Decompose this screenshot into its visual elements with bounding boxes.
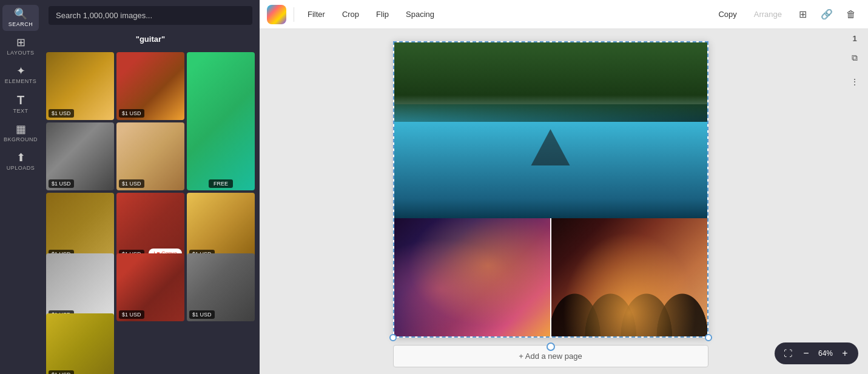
list-item[interactable]: $1 USD xyxy=(187,193,255,261)
list-item[interactable]: FREE xyxy=(187,52,255,190)
zoom-plus-button[interactable]: + xyxy=(836,345,853,362)
duplicate-page-button[interactable]: ⧉ xyxy=(845,48,864,67)
sidebar-item-label: UPLOADS xyxy=(7,165,35,171)
canoe-image xyxy=(394,42,707,218)
sidebar-item-search[interactable]: 🔍 SEARCH xyxy=(2,5,39,31)
add-page-label: + Add a new page xyxy=(519,352,582,361)
collage-bottom-row xyxy=(394,218,707,336)
layouts-icon: ⊞ xyxy=(16,37,25,48)
sidebar-item-label: ELEMENTS xyxy=(5,78,37,84)
sidebar-item-label: SEARCH xyxy=(8,21,33,27)
search-icon: 🔍 xyxy=(14,8,27,19)
right-panel: 1 ⧉ ⋮ xyxy=(841,29,868,374)
zoom-bar: ⛶ − 64% + xyxy=(775,342,858,364)
price-badge: $1 USD xyxy=(49,370,74,374)
sidebar-item-elements[interactable]: ✦ ELEMENTS xyxy=(2,62,39,88)
collage-bottom-left-image[interactable] xyxy=(394,218,550,336)
list-item[interactable]: $1 USD xyxy=(116,122,184,190)
grid-icon: ⊞ xyxy=(799,8,807,20)
flip-button[interactable]: Flip xyxy=(370,6,395,22)
more-icon: ⋮ xyxy=(850,77,859,87)
app-logo[interactable] xyxy=(267,5,286,24)
toolbar-separator xyxy=(294,7,294,22)
price-badge: $1 USD xyxy=(119,109,144,118)
trees-layer xyxy=(394,42,707,130)
price-badge: $1 USD xyxy=(119,310,144,319)
duplicate-icon: ⧉ xyxy=(852,53,858,63)
photo-collage[interactable] xyxy=(393,41,708,338)
more-options-button[interactable]: ⋮ xyxy=(845,72,864,92)
trash-icon: 🗑 xyxy=(846,9,856,20)
left-sidebar: 🔍 SEARCH ⊞ LAYOUTS ✦ ELEMENTS T TEXT ▦ B… xyxy=(0,0,41,374)
crop-button[interactable]: Crop xyxy=(336,6,365,22)
canvas-page[interactable] xyxy=(393,41,708,338)
canvas-area: + Add a new page xyxy=(260,29,841,374)
price-badge: $1 USD xyxy=(189,310,215,319)
image-grid: $1 USD $1 USD FREE $1 USD $1 USD $1 USD … xyxy=(41,50,260,374)
collage-bottom-right-image[interactable] xyxy=(550,218,707,336)
grid-button[interactable]: ⊞ xyxy=(793,5,812,24)
search-results-title: "guitar" xyxy=(41,31,260,50)
free-badge: FREE xyxy=(209,179,233,188)
price-badge: $1 USD xyxy=(49,179,74,188)
list-item[interactable]: $1 USD xyxy=(46,193,114,261)
sidebar-item-label: BKGROUND xyxy=(4,136,38,142)
search-input[interactable] xyxy=(49,6,252,25)
price-badge: $1 USD xyxy=(119,179,144,188)
canvas-page-wrapper xyxy=(393,41,708,338)
sidebar-item-uploads[interactable]: ⬆ UPLOADS xyxy=(2,149,39,175)
list-item[interactable]: $1 USD xyxy=(46,52,114,120)
filter-button[interactable]: Filter xyxy=(301,6,331,22)
zoom-fit-button[interactable]: ⛶ xyxy=(779,345,796,362)
text-icon: T xyxy=(17,94,24,106)
price-badge: $1 USD xyxy=(49,109,74,118)
list-item[interactable]: $1 USD xyxy=(187,253,255,321)
list-item[interactable]: $1 USD xyxy=(46,253,114,321)
list-item[interactable]: $1 USD xyxy=(46,313,114,374)
search-panel: "guitar" $1 USD $1 USD FREE $1 USD $1 US… xyxy=(41,0,260,374)
sidebar-item-layouts[interactable]: ⊞ LAYOUTS xyxy=(2,33,39,59)
sidebar-item-background[interactable]: ▦ BKGROUND xyxy=(2,120,39,146)
zoom-level: 64% xyxy=(816,349,835,358)
search-bar-container xyxy=(41,0,260,31)
spacing-button[interactable]: Spacing xyxy=(400,6,440,22)
main-area: Filter Crop Flip Spacing Copy Arrange ⊞ … xyxy=(260,0,868,374)
elements-icon: ✦ xyxy=(16,65,25,76)
sidebar-item-label: LAYOUTS xyxy=(7,50,35,56)
page-number: 1 xyxy=(852,34,856,43)
sidebar-item-text[interactable]: T TEXT xyxy=(2,90,39,118)
link-button[interactable]: 🔗 xyxy=(817,5,836,24)
link-icon: 🔗 xyxy=(821,8,833,20)
background-icon: ▦ xyxy=(16,124,26,135)
rotate-handle[interactable] xyxy=(547,342,555,351)
fit-icon: ⛶ xyxy=(784,349,792,358)
collage-top-image[interactable] xyxy=(394,42,707,218)
copy-button[interactable]: Copy xyxy=(712,6,742,22)
list-item[interactable]: $1 USD xyxy=(116,52,184,120)
selection-handle-br[interactable] xyxy=(705,334,712,341)
sidebar-item-label: TEXT xyxy=(13,108,28,114)
list-item[interactable]: $1 USD xyxy=(116,253,184,321)
selection-handle-bl[interactable] xyxy=(389,334,397,341)
list-item[interactable]: $1 USD xyxy=(46,122,114,190)
toolbar: Filter Crop Flip Spacing Copy Arrange ⊞ … xyxy=(260,0,868,29)
delete-button[interactable]: 🗑 xyxy=(841,5,861,24)
arrange-button[interactable]: Arrange xyxy=(748,6,788,22)
zoom-minus-button[interactable]: − xyxy=(798,345,815,362)
list-item[interactable]: $1 USD I ♥ Canva xyxy=(116,193,184,261)
uploads-icon: ⬆ xyxy=(16,152,25,163)
